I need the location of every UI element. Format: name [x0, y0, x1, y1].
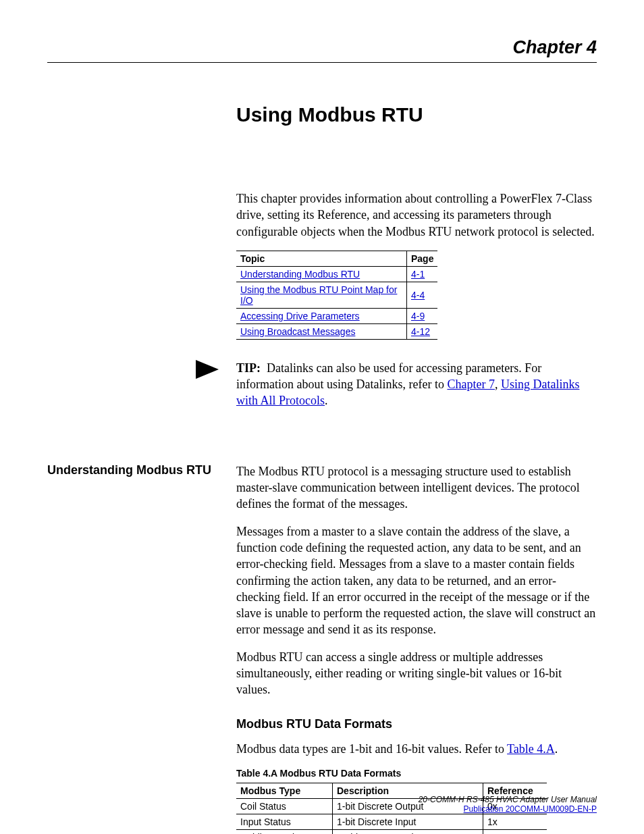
section1-para1: The Modbus RTU protocol is a messaging s…	[236, 463, 597, 513]
cell-type: Holding Register	[236, 829, 333, 834]
toc-header-topic: Topic	[236, 251, 407, 266]
table-ref-link[interactable]: Table 4.A	[507, 742, 555, 756]
table-row: Input Status 1-bit Discrete Input 1x	[236, 814, 547, 829]
cell-desc: 1-bit Discrete Input	[333, 814, 483, 829]
section2-intro-before: Modbus data types are 1-bit and 16-bit v…	[236, 742, 507, 756]
footer-publication-link[interactable]: Publication 20COMM-UM009D-EN-P	[464, 804, 597, 814]
toc-link[interactable]: Understanding Modbus RTU	[240, 269, 360, 280]
svg-marker-0	[196, 360, 219, 379]
section1-para2: Messages from a master to a slave contai…	[236, 523, 597, 638]
tip-text: TIP: Datalinks can also be used for acce…	[236, 360, 597, 409]
toc-row: Using the Modbus RTU Point Map for I/O 4…	[236, 282, 437, 308]
toc-page-link[interactable]: 4-9	[411, 311, 425, 321]
toc-link[interactable]: Using the Modbus RTU Point Map for I/O	[240, 284, 397, 306]
tip-block: TIP: Datalinks can also be used for acce…	[196, 360, 597, 409]
subsection-heading-formats: Modbus RTU Data Formats	[236, 717, 597, 731]
toc-page-link[interactable]: 4-1	[411, 269, 425, 280]
toc-link[interactable]: Using Broadcast Messages	[240, 326, 355, 337]
toc-table: Topic Page Understanding Modbus RTU 4-1 …	[236, 251, 437, 340]
table-caption: Table 4.A Modbus RTU Data Formats	[236, 768, 597, 779]
intro-paragraph: This chapter provides information about …	[236, 190, 597, 240]
toc-row: Accessing Drive Parameters 4-9	[236, 308, 437, 323]
toc-link[interactable]: Accessing Drive Parameters	[240, 311, 360, 321]
tip-arrow-icon	[196, 360, 236, 382]
toc-header-page: Page	[407, 251, 438, 266]
footer-manual-title: 20-COMM-H RS-485 HVAC Adapter User Manua…	[419, 795, 597, 804]
cell-desc: 16-bit Output Register	[333, 829, 483, 834]
section-heading-understanding: Understanding Modbus RTU	[47, 463, 233, 477]
page-content: Chapter 4 Using Modbus RTU This chapter …	[47, 37, 597, 800]
toc-row: Using Broadcast Messages 4-12	[236, 323, 437, 339]
toc-row: Understanding Modbus RTU 4-1	[236, 266, 437, 282]
section1-para3: Modbus RTU can access a single address o…	[236, 649, 597, 698]
tip-link-chapter[interactable]: Chapter 7	[447, 377, 494, 391]
tip-label: TIP:	[236, 361, 261, 375]
cell-ref: 1x	[483, 814, 547, 829]
cell-type: Input Status	[236, 814, 333, 829]
page-title: Using Modbus RTU	[236, 103, 597, 126]
tip-after: .	[325, 394, 328, 407]
cell-type: Coil Status	[236, 798, 333, 814]
col-header-type: Modbus Type	[236, 783, 333, 798]
cell-ref: 4x	[483, 829, 547, 834]
toc-page-link[interactable]: 4-4	[411, 290, 425, 301]
section2-intro: Modbus data types are 1-bit and 16-bit v…	[236, 741, 597, 757]
toc-page-link[interactable]: 4-12	[411, 326, 430, 337]
section2-intro-after: .	[555, 742, 558, 756]
page-footer: 20-COMM-H RS-485 HVAC Adapter User Manua…	[419, 795, 597, 814]
tip-sep: ,	[495, 377, 501, 391]
table-row: Holding Register 16-bit Output Register …	[236, 829, 547, 834]
chapter-label: Chapter 4	[47, 37, 597, 63]
